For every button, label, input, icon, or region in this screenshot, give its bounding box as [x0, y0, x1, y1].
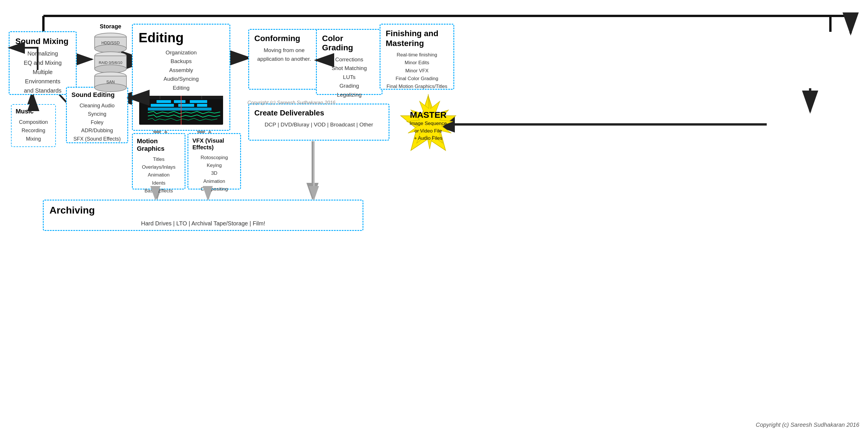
master-star: MASTER Image Sequenceor Video File+ Audi… [392, 93, 464, 157]
motion-graphics-box: Motion Graphics TitlesOverlays/InlaysAni… [132, 133, 185, 189]
motion-graphics-title: Motion Graphics [137, 137, 181, 153]
svg-point-31 [95, 65, 126, 73]
svg-rect-42 [157, 100, 171, 103]
color-grading-content: CorrectionsShot MatchingLUTsGradingLegal… [322, 55, 376, 99]
motion-graphics-content: TitlesOverlays/InlaysAnimationIdentsBasi… [137, 155, 181, 195]
svg-text:SAN: SAN [106, 80, 115, 84]
archiving-box: Archiving Hard Drives | LTO | Archival T… [43, 199, 363, 231]
storage-area: Storage HDD/SSD RAID 0/5/6/10 SAN [90, 23, 131, 105]
vfx-content: RotoscopingKeying3DAnimationCompositing [192, 154, 236, 193]
copyright-center: Copyright (c) Sareesh Sudhakaran 2016 [247, 100, 335, 105]
master-title: MASTER [402, 110, 454, 120]
copyright-bottom: Copyright (c) Sareesh Sudhakaran 2016 [756, 422, 859, 428]
svg-text:HDD/SSD: HDD/SSD [101, 40, 120, 45]
storage-cylinders: HDD/SSD RAID 0/5/6/10 SAN [90, 31, 131, 103]
svg-rect-44 [190, 100, 207, 103]
svg-rect-46 [178, 104, 194, 107]
svg-rect-43 [174, 100, 185, 103]
sound-editing-content: Cleaning AudioSyncingFoleyADR/DubbingSFX… [71, 101, 123, 143]
storage-label: Storage [90, 23, 131, 30]
svg-rect-45 [151, 104, 174, 107]
color-grading-title: Color Grading [322, 34, 376, 52]
finishing-title: Finishing andMastering [386, 29, 448, 48]
sound-mixing-title: Sound Mixing [16, 37, 70, 46]
music-title: Music [16, 107, 51, 115]
vfx-box: VFX (Visual Effects) RotoscopingKeying3D… [187, 133, 241, 189]
finishing-box: Finishing andMastering Real-time finishi… [380, 24, 454, 90]
create-deliverables-box: Create Deliverables DCP | DVD/Bluray | V… [248, 103, 390, 141]
music-content: CompositionRecordingMixing [16, 118, 51, 143]
editing-title: Editing [138, 30, 224, 45]
conforming-title: Conforming [254, 34, 314, 43]
timeline-mockup [139, 96, 223, 125]
vfx-title: VFX (Visual Effects) [192, 137, 236, 151]
svg-text:RAID 0/5/6/10: RAID 0/5/6/10 [99, 60, 122, 65]
archiving-title: Archiving [50, 205, 357, 216]
master-content: Image Sequenceor Video File+ Audio Files [402, 120, 454, 142]
svg-point-27 [95, 44, 126, 53]
finishing-content: Real-time finishingMinor EditsMinor VFXF… [386, 51, 448, 90]
color-grading-box: Color Grading CorrectionsShot MatchingLU… [316, 29, 382, 95]
svg-rect-47 [197, 104, 207, 107]
conforming-content: Moving from oneapplication to another. [254, 46, 314, 64]
svg-rect-48 [148, 107, 212, 111]
sound-mixing-box: Sound Mixing NormalizingEQ and MixingMul… [9, 31, 77, 95]
svg-point-35 [95, 84, 126, 92]
create-deliverables-title: Create Deliverables [254, 108, 383, 118]
diagram: Sound Mixing NormalizingEQ and MixingMul… [0, 0, 868, 434]
create-deliverables-content: DCP | DVD/Bluray | VOD | Broadcast | Oth… [254, 120, 383, 129]
editing-box: Editing OrganizationBackupsAssemblyAudio… [132, 24, 230, 131]
sound-mixing-content: NormalizingEQ and MixingMultiple Environ… [16, 49, 70, 95]
conforming-box: Conforming Moving from oneapplication to… [248, 29, 320, 90]
editing-text: OrganizationBackupsAssemblyAudio/Syncing… [138, 48, 224, 92]
music-box: Music CompositionRecordingMixing [11, 104, 56, 147]
archiving-content: Hard Drives | LTO | Archival Tape/Storag… [50, 219, 357, 228]
